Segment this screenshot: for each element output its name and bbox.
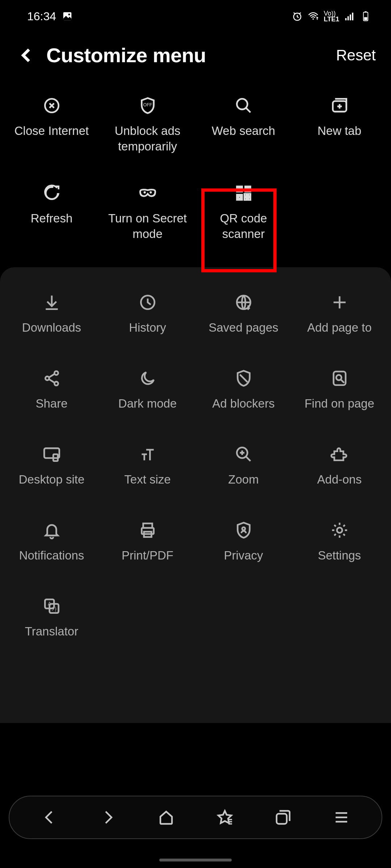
- svg-point-66: [337, 527, 342, 533]
- header: Customize menu Reset: [0, 33, 391, 78]
- svg-rect-6: [350, 14, 351, 20]
- back-icon[interactable]: [18, 47, 35, 64]
- menu-item-zoom[interactable]: Zoom: [196, 437, 291, 499]
- menu-item-share[interactable]: Share: [4, 361, 100, 423]
- menu-item-refresh[interactable]: Refresh: [4, 176, 100, 249]
- svg-point-1: [68, 14, 70, 16]
- menu-item-label: Translator: [25, 624, 78, 639]
- mask-icon: [139, 184, 157, 202]
- reset-button[interactable]: Reset: [336, 47, 376, 64]
- print-icon: [139, 521, 157, 539]
- menu-item-unblock-ads[interactable]: OFF Unblock ads temporarily: [100, 89, 196, 162]
- battery-icon: [360, 11, 371, 22]
- svg-point-22: [150, 191, 152, 193]
- menu-item-text-size[interactable]: Text size: [100, 437, 196, 499]
- menu-item-label: Notifications: [19, 548, 84, 563]
- puzzle-icon: [331, 445, 349, 463]
- menu-item-addons[interactable]: Add-ons: [291, 437, 387, 499]
- zoom-in-icon: [235, 445, 253, 463]
- menu-item-history[interactable]: History: [100, 285, 196, 347]
- menu-item-add-page-to[interactable]: Add page to: [291, 285, 387, 347]
- menu-item-ad-blockers[interactable]: Ad blockers: [196, 361, 291, 423]
- share-icon: [43, 369, 61, 387]
- bell-icon: [43, 521, 61, 539]
- menu-item-label: Text size: [124, 472, 171, 488]
- menu-item-label: Zoom: [228, 472, 258, 488]
- gear-icon: [331, 521, 349, 539]
- status-right: Vo))LTE1: [292, 10, 371, 22]
- menu-item-label: Add page to: [307, 320, 372, 336]
- nav-home-icon[interactable]: [157, 809, 175, 826]
- menu-item-web-search[interactable]: Web search: [196, 89, 291, 162]
- menu-item-label: New tab: [318, 123, 361, 139]
- svg-rect-77: [277, 814, 287, 824]
- translate-icon: A가: [43, 597, 61, 615]
- menu-item-new-tab[interactable]: New tab: [291, 89, 387, 162]
- menu-item-label: Refresh: [31, 211, 73, 226]
- svg-text:A: A: [47, 600, 51, 606]
- menu-item-label: Saved pages: [209, 320, 278, 336]
- privacy-shield-icon: [235, 521, 253, 539]
- available-menu-grid: Downloads History Saved pages Add page t…: [0, 275, 391, 651]
- menu-item-label: Unblock ads temporarily: [102, 123, 193, 154]
- text-size-icon: [139, 445, 157, 463]
- svg-point-21: [143, 191, 146, 193]
- wifi-icon: [308, 11, 319, 22]
- status-bar: 16:34 Vo))LTE1: [0, 0, 391, 33]
- page-title: Customize menu: [46, 43, 206, 67]
- menu-item-label: Print/PDF: [122, 548, 173, 563]
- download-icon: [43, 293, 61, 311]
- menu-item-translator[interactable]: A가 Translator: [4, 589, 100, 651]
- desktop-icon: [43, 445, 61, 463]
- svg-rect-4: [345, 18, 347, 20]
- menu-item-privacy[interactable]: Privacy: [196, 513, 291, 575]
- clock-icon: [139, 293, 157, 311]
- alarm-icon: [292, 11, 303, 22]
- menu-item-desktop-site[interactable]: Desktop site: [4, 437, 100, 499]
- signal-icon: [344, 11, 355, 22]
- menu-item-label: Add-ons: [317, 472, 362, 488]
- svg-rect-10: [364, 17, 367, 20]
- menu-item-label: History: [129, 320, 166, 336]
- menu-item-saved-pages[interactable]: Saved pages: [196, 285, 291, 347]
- search-icon: [235, 97, 253, 115]
- active-menu-grid: Close Internet OFF Unblock ads temporari…: [0, 78, 391, 249]
- svg-point-3: [312, 18, 314, 20]
- nav-tabs-icon[interactable]: [274, 809, 292, 826]
- menu-item-label: Share: [35, 396, 67, 412]
- picture-icon: [62, 11, 73, 22]
- refresh-icon: [43, 184, 61, 202]
- menu-item-label: Turn on Secret mode: [102, 211, 193, 242]
- globe-down-icon: [235, 293, 253, 311]
- menu-item-label: Desktop site: [19, 472, 85, 488]
- menu-item-find-on-page[interactable]: Find on page: [291, 361, 387, 423]
- svg-point-13: [237, 99, 247, 109]
- menu-item-close-internet[interactable]: Close Internet: [4, 89, 100, 162]
- status-time: 16:34: [27, 10, 56, 23]
- svg-rect-9: [365, 11, 367, 12]
- menu-item-dark-mode[interactable]: Dark mode: [100, 361, 196, 423]
- available-items-panel: Downloads History Saved pages Add page t…: [0, 267, 391, 723]
- moon-icon: [139, 369, 157, 387]
- menu-item-secret-mode[interactable]: Turn on Secret mode: [100, 176, 196, 249]
- svg-point-65: [242, 527, 245, 530]
- plus-icon: [331, 293, 349, 311]
- menu-item-notifications[interactable]: Notifications: [4, 513, 100, 575]
- shield-block-icon: [235, 369, 253, 387]
- menu-item-label: Settings: [318, 548, 361, 563]
- menu-item-settings[interactable]: Settings: [291, 513, 387, 575]
- nav-menu-icon[interactable]: [333, 809, 350, 826]
- nav-bookmarks-icon[interactable]: [216, 809, 234, 826]
- shield-off-icon: OFF: [139, 97, 157, 115]
- menu-item-label: Close Internet: [14, 123, 89, 139]
- nav-forward-icon[interactable]: [99, 809, 117, 826]
- menu-item-downloads[interactable]: Downloads: [4, 285, 100, 347]
- new-tab-icon: [331, 97, 349, 115]
- menu-item-label: Privacy: [224, 548, 263, 563]
- menu-item-label: Find on page: [304, 396, 374, 412]
- menu-item-label: Ad blockers: [212, 396, 274, 412]
- find-icon: [331, 369, 349, 387]
- menu-item-print-pdf[interactable]: Print/PDF: [100, 513, 196, 575]
- nav-back-icon[interactable]: [41, 809, 58, 826]
- volte-indicator: Vo))LTE1: [324, 10, 339, 22]
